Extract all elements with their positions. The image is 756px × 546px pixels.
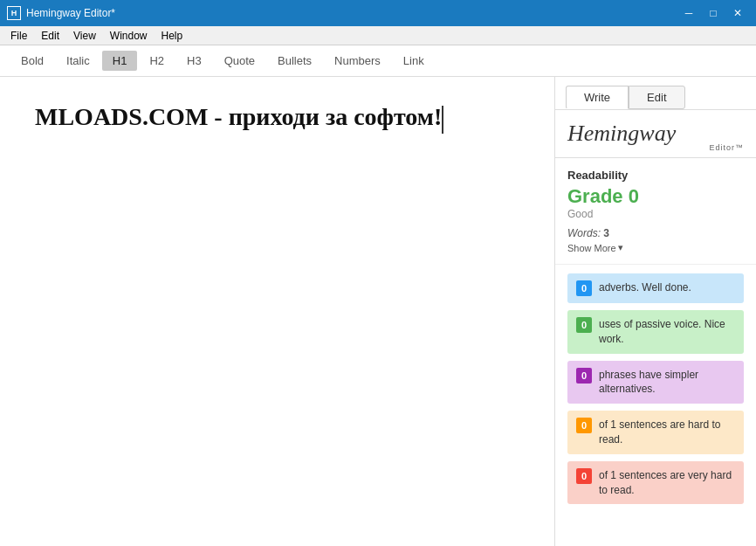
formatting-toolbar: Bold Italic H1 H2 H3 Quote Bullets Numbe… xyxy=(0,45,756,77)
close-button[interactable]: ✕ xyxy=(726,4,749,22)
grade-value: Grade 0 xyxy=(567,185,744,208)
phrases-count: 0 xyxy=(576,368,592,384)
menu-file[interactable]: File xyxy=(3,28,34,44)
menu-view[interactable]: View xyxy=(66,28,103,44)
stats-section: 0 adverbs. Well done. 0 uses of passive … xyxy=(555,265,756,513)
maximize-button[interactable]: □ xyxy=(702,4,725,22)
very-hard-count: 0 xyxy=(576,468,592,484)
main-layout: MLOADS.COM - приходи за софтом! Write Ed… xyxy=(0,77,756,546)
bold-button[interactable]: Bold xyxy=(10,51,54,71)
hemingway-logo: Hemingway Editor™ xyxy=(555,110,756,158)
tab-bar: Write Edit xyxy=(555,77,756,110)
window-controls: ─ □ ✕ xyxy=(677,4,749,22)
very-hard-text: of 1 sentences are very hard to read. xyxy=(599,468,735,498)
readability-label: Readability xyxy=(567,169,744,182)
edit-tab[interactable]: Edit xyxy=(629,86,684,109)
very-hard-sentences-card: 0 of 1 sentences are very hard to read. xyxy=(567,461,744,505)
window-title: Hemingway Editor* xyxy=(26,7,115,19)
italic-button[interactable]: Italic xyxy=(56,51,100,71)
words-count: Words: 3 xyxy=(567,227,744,239)
chevron-down-icon: ▾ xyxy=(618,242,623,253)
passive-voice-card: 0 uses of passive voice. Nice work. xyxy=(567,310,744,354)
bullets-button[interactable]: Bullets xyxy=(267,51,322,71)
passive-text: uses of passive voice. Nice work. xyxy=(599,317,735,347)
title-bar-left: H Hemingway Editor* xyxy=(7,6,115,20)
sidebar: Write Edit Hemingway Editor™ Readability… xyxy=(555,77,756,546)
title-bar: H Hemingway Editor* ─ □ ✕ xyxy=(0,0,756,26)
quote-button[interactable]: Quote xyxy=(214,51,265,71)
adverbs-count: 0 xyxy=(576,280,592,296)
hard-sentences-card: 0 of 1 sentences are hard to read. xyxy=(567,411,744,454)
phrases-card: 0 phrases have simpler alternatives. xyxy=(567,361,744,404)
menu-bar: File Edit View Window Help xyxy=(0,26,756,45)
h2-button[interactable]: H2 xyxy=(139,51,175,71)
adverbs-card: 0 adverbs. Well done. xyxy=(567,273,744,303)
passive-count: 0 xyxy=(576,317,592,333)
hard-count: 0 xyxy=(576,418,592,433)
phrases-text: phrases have simpler alternatives. xyxy=(599,368,735,397)
h3-button[interactable]: H3 xyxy=(176,51,212,71)
grade-description: Good xyxy=(567,208,744,220)
write-tab[interactable]: Write xyxy=(566,86,629,109)
readability-section: Readability Grade 0 Good Words: 3 Show M… xyxy=(555,158,756,265)
show-more-button[interactable]: Show More ▾ xyxy=(567,242,744,253)
editor-text: MLOADS.COM - приходи за софтом! xyxy=(35,103,442,130)
editor-area[interactable]: MLOADS.COM - приходи за софтом! xyxy=(0,77,555,546)
adverbs-text: adverbs. Well done. xyxy=(599,280,691,295)
link-button[interactable]: Link xyxy=(393,51,435,71)
numbers-button[interactable]: Numbers xyxy=(324,51,391,71)
text-cursor xyxy=(442,106,443,134)
hard-text: of 1 sentences are hard to read. xyxy=(599,418,735,447)
menu-window[interactable]: Window xyxy=(103,28,155,44)
editor-content[interactable]: MLOADS.COM - приходи за софтом! xyxy=(35,103,519,134)
menu-edit[interactable]: Edit xyxy=(34,28,66,44)
app-icon: H xyxy=(7,6,21,20)
minimize-button[interactable]: ─ xyxy=(677,4,700,22)
menu-help[interactable]: Help xyxy=(155,28,190,44)
h1-button[interactable]: H1 xyxy=(102,51,138,71)
